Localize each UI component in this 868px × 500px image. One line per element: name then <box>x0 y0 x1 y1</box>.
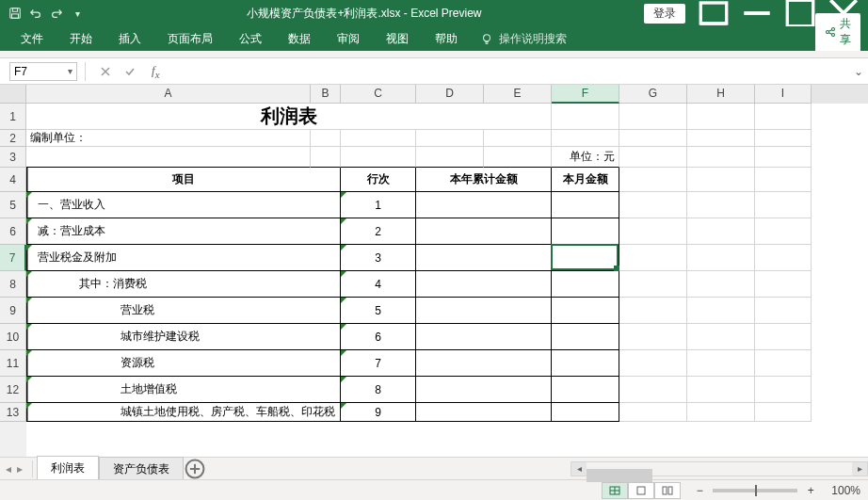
zoom-in-button[interactable]: + <box>803 483 818 498</box>
cell[interactable] <box>552 104 619 130</box>
cell[interactable] <box>755 377 812 403</box>
cell-month[interactable] <box>552 192 619 218</box>
cell[interactable] <box>619 377 687 403</box>
minimize-button[interactable] <box>736 0 778 26</box>
formula-input[interactable] <box>165 62 849 81</box>
cell-month[interactable] <box>552 403 619 422</box>
cell[interactable] <box>755 298 812 324</box>
cell-title[interactable]: 利润表 <box>26 104 552 130</box>
cell[interactable] <box>311 130 341 147</box>
cell-line-no[interactable]: 3 <box>341 245 416 271</box>
cell-ytd[interactable] <box>416 324 552 350</box>
chevron-down-icon[interactable]: ▾ <box>68 66 72 76</box>
cell[interactable] <box>755 168 812 192</box>
cell[interactable] <box>755 218 812 245</box>
col-header-B[interactable]: B <box>311 85 341 104</box>
cell-project[interactable]: 营业税金及附加 <box>26 245 341 271</box>
new-sheet-button[interactable] <box>184 460 206 478</box>
col-header-E[interactable]: E <box>484 85 552 104</box>
cell-ytd[interactable] <box>416 377 552 403</box>
cell[interactable] <box>755 271 812 298</box>
sheet-tab-profit[interactable]: 利润表 <box>37 456 99 482</box>
cell-month[interactable] <box>552 218 619 245</box>
cell-hdr-ytd[interactable]: 本年累计金额 <box>416 168 552 192</box>
cell-line-no[interactable]: 2 <box>341 218 416 245</box>
row-header-2[interactable]: 2 <box>0 130 26 147</box>
cell[interactable] <box>26 147 311 168</box>
cell[interactable] <box>755 350 812 377</box>
qat-customize-icon[interactable]: ▾ <box>70 6 85 21</box>
cell-ytd[interactable] <box>416 245 552 271</box>
zoom-slider[interactable] <box>713 489 797 492</box>
cancel-formula-button[interactable] <box>95 62 116 81</box>
cell[interactable] <box>687 104 755 130</box>
cell-hdr-line[interactable]: 行次 <box>341 168 416 192</box>
cell[interactable] <box>687 298 755 324</box>
expand-formula-bar-button[interactable]: ⌄ <box>849 65 868 78</box>
hscroll-left-button[interactable]: ◂ <box>571 462 587 476</box>
sheet-nav-next[interactable]: ▸ <box>17 462 23 476</box>
tab-review[interactable]: 审阅 <box>324 27 373 51</box>
view-page-layout-button[interactable] <box>628 482 654 499</box>
cell-project[interactable]: 减：营业成本 <box>26 218 341 245</box>
cell[interactable] <box>416 147 484 168</box>
cell[interactable] <box>619 403 687 422</box>
cell-project[interactable]: 城镇土地使用税、房产税、车船税、印花税 <box>26 403 341 422</box>
cell[interactable] <box>687 377 755 403</box>
cell[interactable] <box>552 130 619 147</box>
cell-month[interactable] <box>552 324 619 350</box>
cell[interactable] <box>687 130 755 147</box>
sheet-tab-balance[interactable]: 资产负债表 <box>99 457 184 481</box>
tab-layout[interactable]: 页面布局 <box>154 27 226 51</box>
cell[interactable] <box>619 298 687 324</box>
cell[interactable] <box>416 130 484 147</box>
login-button[interactable]: 登录 <box>644 4 685 24</box>
cell-ytd[interactable] <box>416 350 552 377</box>
share-button[interactable]: 共享 <box>815 13 860 51</box>
cell[interactable] <box>687 324 755 350</box>
tab-insert[interactable]: 插入 <box>105 27 154 51</box>
cell[interactable] <box>755 192 812 218</box>
cell[interactable] <box>755 324 812 350</box>
col-header-A[interactable]: A <box>26 85 311 104</box>
row-header-7[interactable]: 7 <box>0 245 26 271</box>
tab-home[interactable]: 开始 <box>56 27 105 51</box>
cell[interactable] <box>619 192 687 218</box>
insert-function-button[interactable]: fx <box>146 63 165 80</box>
cell-ytd[interactable] <box>416 403 552 422</box>
cell[interactable] <box>619 104 687 130</box>
cell-hdr-month[interactable]: 本月金额 <box>552 168 619 192</box>
cell-project[interactable]: 营业税 <box>26 298 341 324</box>
cell[interactable] <box>755 245 812 271</box>
hscroll-thumb[interactable] <box>587 469 652 482</box>
cell-line-no[interactable]: 6 <box>341 324 416 350</box>
cell-unit-label[interactable]: 单位：元 <box>552 147 619 168</box>
name-box[interactable]: F7 ▾ <box>9 62 77 81</box>
row-header-8[interactable]: 8 <box>0 271 26 298</box>
spreadsheet-grid[interactable]: ABCDEFGHI 12345678910111213 利润表编制单位：单位：元… <box>0 85 868 457</box>
cell[interactable] <box>484 147 552 168</box>
col-header-F[interactable]: F <box>552 85 619 104</box>
col-header-H[interactable]: H <box>687 85 755 104</box>
cell-project[interactable]: 资源税 <box>26 350 341 377</box>
cell[interactable] <box>484 130 552 147</box>
row-header-4[interactable]: 4 <box>0 168 26 192</box>
cell-project[interactable]: 城市维护建设税 <box>26 324 341 350</box>
cell-month[interactable] <box>552 245 619 271</box>
cell[interactable] <box>619 350 687 377</box>
cell[interactable] <box>687 350 755 377</box>
cell[interactable] <box>619 130 687 147</box>
cell[interactable] <box>755 403 812 422</box>
col-header-G[interactable]: G <box>619 85 687 104</box>
cell[interactable] <box>311 147 341 168</box>
row-header-13[interactable]: 13 <box>0 403 26 422</box>
cell-hdr-project[interactable]: 项目 <box>26 168 341 192</box>
row-header-6[interactable]: 6 <box>0 218 26 245</box>
cell[interactable] <box>687 245 755 271</box>
cell-month[interactable] <box>552 350 619 377</box>
cell-month[interactable] <box>552 271 619 298</box>
cell-project[interactable]: 土地增值税 <box>26 377 341 403</box>
tab-file[interactable]: 文件 <box>8 27 56 51</box>
cell[interactable] <box>755 130 812 147</box>
cell-line-no[interactable]: 9 <box>341 403 416 422</box>
